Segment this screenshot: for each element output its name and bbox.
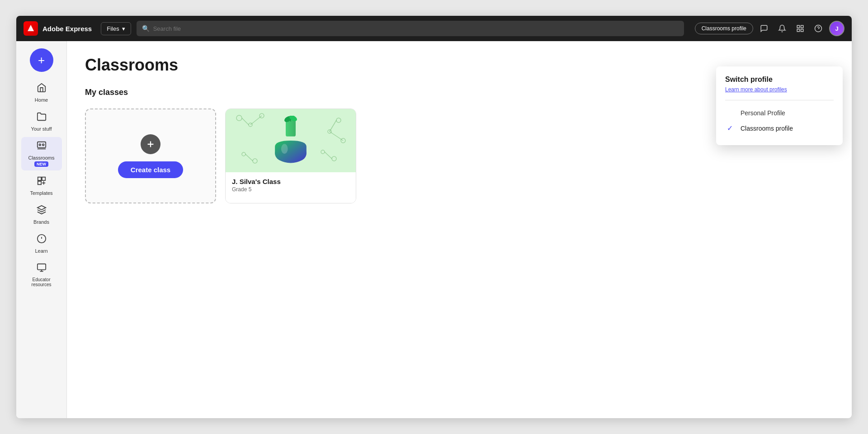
learn-icon [37,234,47,246]
sidebar-item-learn[interactable]: Learn [21,230,62,257]
switch-profile-popup: Switch profile Learn more about profiles… [716,66,843,145]
svg-rect-10 [38,177,41,180]
svg-point-45 [281,144,288,154]
svg-line-39 [245,154,253,161]
check-icon: ✓ [727,124,736,132]
adobe-logo [24,21,38,36]
svg-point-8 [42,144,44,146]
avatar-initials: J [835,25,838,32]
user-avatar[interactable]: J [829,21,844,36]
content-area: Classrooms My classes Create assignment [67,41,852,418]
svg-line-42 [325,152,332,159]
sidebar-item-brands[interactable]: Brands [21,201,62,228]
svg-point-7 [39,144,41,146]
sidebar-label-home: Home [35,97,48,103]
chevron-down-icon: ▾ [122,25,125,32]
classrooms-profile-button[interactable]: Classrooms profile [695,23,753,34]
sidebar-label-your-stuff: Your stuff [31,126,52,132]
class-card-name: J. Silva's Class [232,178,349,185]
sidebar-item-templates[interactable]: Templates [21,172,62,199]
help-icon[interactable] [811,21,826,36]
sidebar-label-educator: Educator resources [27,277,57,287]
class-card-image [226,109,356,172]
search-bar: 🔍 [137,21,684,36]
new-badge: NEW [34,161,48,167]
sidebar: + Home Your stuff [16,41,67,418]
class-card-grade: Grade 5 [232,186,349,193]
svg-point-40 [332,156,336,161]
sidebar-item-home[interactable]: Home [21,79,62,106]
svg-rect-43 [286,120,296,137]
sidebar-item-your-stuff[interactable]: Your stuff [21,108,62,135]
files-dropdown[interactable]: Files ▾ [101,22,131,35]
svg-rect-11 [42,177,45,180]
folder-icon [37,112,47,124]
main-layout: + Home Your stuff [16,41,852,418]
search-icon: 🔍 [142,25,150,32]
svg-line-34 [330,120,336,132]
svg-rect-16 [37,264,45,270]
logo-area: Adobe Express [24,21,92,36]
learn-more-link[interactable]: Learn more about profiles [725,86,834,93]
app-name: Adobe Express [42,25,92,33]
personal-profile-label: Personal Profile [741,109,785,117]
classrooms-profile-label: Classrooms profile [741,125,793,132]
sidebar-label-learn: Learn [35,248,47,254]
search-input[interactable] [153,25,679,32]
svg-point-38 [253,159,257,163]
sidebar-label-templates: Templates [30,190,52,196]
svg-point-41 [321,150,325,154]
templates-icon [37,176,47,189]
files-label: Files [107,25,119,32]
create-plus-icon [141,134,160,154]
educator-icon [37,263,47,275]
svg-line-29 [242,118,249,125]
svg-line-31 [250,116,262,125]
class-card[interactable]: J. Silva's Class Grade 5 [225,108,356,203]
svg-line-36 [330,132,343,141]
home-icon [37,83,47,95]
comment-icon[interactable] [757,21,771,36]
switch-profile-title: Switch profile [725,75,834,84]
new-button[interactable]: + [30,48,53,72]
classrooms-icon [37,141,47,153]
svg-point-27 [236,115,242,121]
svg-point-32 [336,118,341,123]
create-class-button[interactable]: Create class [118,161,183,178]
plus-icon: + [38,53,45,67]
svg-point-37 [242,152,245,156]
class-card-info: J. Silva's Class Grade 5 [226,172,356,203]
sidebar-label-brands: Brands [33,219,49,225]
profile-option-personal[interactable]: Personal Profile [725,106,834,120]
svg-rect-3 [801,29,803,32]
section-title: My classes [85,88,128,97]
bell-icon[interactable] [775,21,789,36]
topbar-right: Classrooms profile J [695,21,844,36]
profile-divider [725,100,834,100]
sidebar-label-classrooms: Classrooms [28,155,54,160]
topbar: Adobe Express Files ▾ 🔍 Classrooms profi… [16,16,852,41]
profile-option-classrooms[interactable]: ✓ Classrooms profile [725,120,834,136]
brands-icon [37,205,47,217]
svg-rect-12 [38,181,41,184]
sidebar-item-educator[interactable]: Educator resources [21,259,62,291]
svg-rect-0 [797,25,799,28]
sidebar-item-classrooms[interactable]: Classrooms NEW [21,137,62,170]
svg-rect-1 [801,25,803,28]
create-class-card[interactable]: Create class [85,108,216,203]
apps-icon[interactable] [793,21,807,36]
svg-rect-2 [797,29,799,32]
